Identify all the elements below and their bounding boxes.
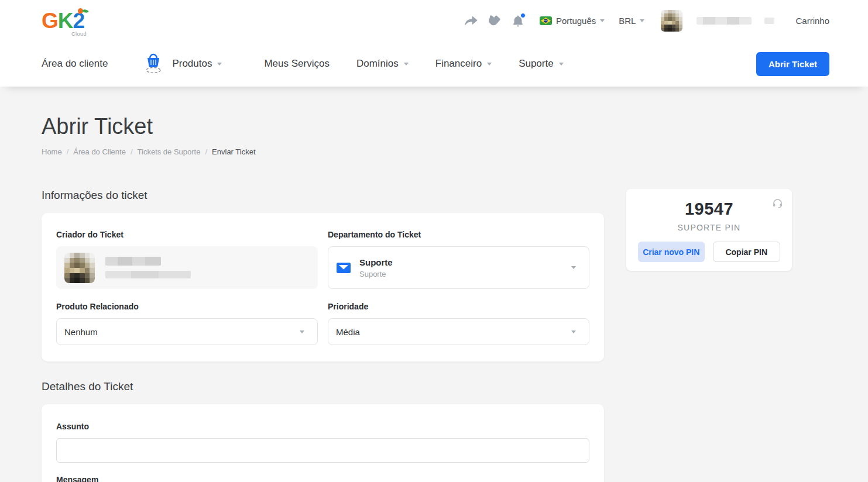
department-field: Departamento do Ticket Suporte Suporte xyxy=(328,230,589,289)
ticket-info-card: Criador do Ticket xyxy=(42,213,604,362)
abrir-ticket-button[interactable]: Abrir Ticket xyxy=(756,52,829,76)
chevron-down-icon xyxy=(300,330,304,333)
chevron-down-icon xyxy=(640,19,644,22)
creator-field: Criador do Ticket xyxy=(56,230,318,289)
ticket-details-heading: Detalhes do Ticket xyxy=(42,380,826,393)
nav-label: Meus Serviços xyxy=(264,58,329,70)
shopping-basket-icon xyxy=(143,52,164,75)
creator-identity-redacted xyxy=(105,257,191,278)
notifications-bell-icon[interactable] xyxy=(510,13,526,28)
department-value: Suporte xyxy=(359,257,393,267)
user-menu-caret-redacted xyxy=(764,18,774,24)
priority-value: Média xyxy=(336,327,360,337)
top-bar: G K 2 Cloud Português BRL xyxy=(0,0,868,41)
subject-label: Assunto xyxy=(56,422,589,431)
creator-avatar xyxy=(64,253,95,283)
breadcrumb-separator: / xyxy=(67,147,69,156)
headset-icon xyxy=(773,199,783,211)
breadcrumb-separator: / xyxy=(205,147,207,156)
mail-icon xyxy=(336,261,351,274)
ticket-details-card: Assunto Mensagem xyxy=(42,404,604,482)
breadcrumb-separator: / xyxy=(131,147,133,156)
nav-label: Financeiro xyxy=(435,58,482,70)
support-pin-card: 19547 SUPORTE PIN Criar novo PIN Copiar … xyxy=(626,189,792,271)
nav-item-area-do-cliente[interactable]: Área do cliente xyxy=(42,58,108,70)
user-name-redacted xyxy=(697,17,752,25)
priority-field: Prioridade Média xyxy=(328,302,589,345)
chevron-down-icon xyxy=(600,19,605,22)
related-product-field: Produto Relacionado Nenhum xyxy=(56,302,318,345)
related-product-value: Nenhum xyxy=(64,327,98,337)
chevron-down-icon xyxy=(487,63,492,66)
currency-selector[interactable]: BRL xyxy=(619,16,644,26)
chevron-down-icon xyxy=(571,330,576,333)
creator-box xyxy=(56,246,318,289)
nav-label: Área do cliente xyxy=(42,58,108,70)
priority-select[interactable]: Média xyxy=(328,318,589,345)
creator-name-redacted xyxy=(105,257,161,266)
creator-email-redacted xyxy=(105,271,191,278)
breadcrumb-tickets-de-suporte[interactable]: Tickets de Suporte xyxy=(138,147,201,156)
copy-pin-button[interactable]: Copiar PIN xyxy=(713,242,781,262)
user-avatar[interactable] xyxy=(661,10,682,32)
chevron-down-icon xyxy=(217,63,222,66)
breadcrumb-area-do-cliente[interactable]: Área do Cliente xyxy=(73,147,126,156)
priority-label: Prioridade xyxy=(328,302,589,311)
currency-label: BRL xyxy=(619,16,636,26)
chevron-down-icon xyxy=(571,266,576,269)
nav-item-financeiro[interactable]: Financeiro xyxy=(435,58,492,70)
cart-link[interactable]: Carrinho xyxy=(795,16,829,26)
share-forward-icon[interactable] xyxy=(464,13,479,28)
main-nav: Área do cliente Produtos Meus Serviços D… xyxy=(0,41,868,87)
brazil-flag-icon xyxy=(540,16,552,25)
chevron-down-icon xyxy=(404,63,409,66)
support-pin-label: SUPORTE PIN xyxy=(638,223,780,232)
message-label: Mensagem xyxy=(56,475,589,482)
nav-item-dominios[interactable]: Domínios xyxy=(356,58,409,70)
breadcrumb-home[interactable]: Home xyxy=(42,147,62,156)
nav-label: Suporte xyxy=(519,58,554,70)
breadcrumb: Home / Área do Cliente / Tickets de Supo… xyxy=(42,147,826,156)
logo-letter-k: K xyxy=(58,10,73,32)
nav-item-suporte[interactable]: Suporte xyxy=(519,58,564,70)
creator-label: Criador do Ticket xyxy=(56,230,318,239)
related-product-label: Produto Relacionado xyxy=(56,302,318,311)
nav-label: Produtos xyxy=(172,58,212,70)
language-label: Português xyxy=(556,16,596,26)
notification-dot xyxy=(520,13,526,18)
support-pin-number: 19547 xyxy=(638,199,780,219)
hand-icon[interactable] xyxy=(487,13,502,28)
language-selector[interactable]: Português xyxy=(540,16,605,26)
department-sub: Suporte xyxy=(359,270,393,278)
create-new-pin-button[interactable]: Criar novo PIN xyxy=(638,242,705,262)
department-select[interactable]: Suporte Suporte xyxy=(328,246,589,289)
page-title: Abrir Ticket xyxy=(42,87,826,139)
subject-input[interactable] xyxy=(56,438,589,463)
brand-logo[interactable]: G K 2 Cloud xyxy=(42,10,84,32)
nav-label: Domínios xyxy=(356,58,399,70)
related-product-select[interactable]: Nenhum xyxy=(56,318,318,345)
header-actions: Português BRL Carrinho xyxy=(464,10,829,32)
nav-item-produtos[interactable]: Produtos xyxy=(172,58,222,70)
chevron-down-icon xyxy=(559,63,564,66)
main-content: Abrir Ticket Home / Área do Cliente / Ti… xyxy=(0,87,868,482)
logo-letter-g: G xyxy=(42,10,58,32)
breadcrumb-current: Enviar Ticket xyxy=(212,147,255,156)
logo-cloud-text: Cloud xyxy=(71,32,87,37)
nav-item-meus-servicos[interactable]: Meus Serviços xyxy=(264,58,329,70)
department-label: Departamento do Ticket xyxy=(328,230,589,239)
